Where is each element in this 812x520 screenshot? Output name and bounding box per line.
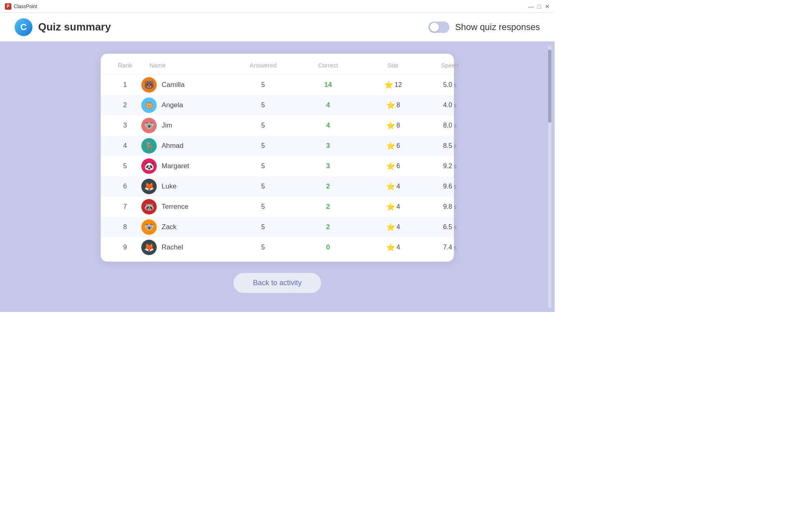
speed-unit: s xyxy=(452,183,457,190)
cell-answered: 5 xyxy=(231,142,296,150)
cell-answered: 5 xyxy=(231,244,296,251)
speed-unit: s xyxy=(452,143,457,149)
table-row: 7 🦝 Terrence 5 2 ⭐ 4 9.8 s xyxy=(101,197,454,217)
cell-speed: 8.0 s xyxy=(425,122,474,129)
cell-answered: 5 xyxy=(231,102,296,109)
cell-correct: 3 xyxy=(296,162,361,170)
avatar: 🦌 xyxy=(141,138,157,154)
cell-correct: 4 xyxy=(296,101,361,109)
speed-unit: s xyxy=(452,163,457,169)
cell-star: ⭐ 6 xyxy=(361,141,425,150)
cell-answered: 5 xyxy=(231,81,296,89)
cell-speed: 4.0 s xyxy=(425,102,474,109)
table-body: 1 🐻 Camilla 5 14 ⭐ 12 5.0 s 2 🐵 Angela 5… xyxy=(101,75,454,258)
cell-star: ⭐ 12 xyxy=(361,80,425,89)
window-controls[interactable]: — □ ✕ xyxy=(529,4,550,9)
app-icon: P xyxy=(5,3,11,10)
star-count: 4 xyxy=(397,183,400,190)
avatar: 🐵 xyxy=(141,98,157,113)
student-name: Terrence xyxy=(162,203,188,211)
speed-unit: s xyxy=(452,82,457,88)
speed-unit: s xyxy=(452,122,457,129)
minimize-button[interactable]: — xyxy=(529,4,533,9)
cell-star: ⭐ 4 xyxy=(361,182,425,191)
back-to-activity-button[interactable]: Back to activity xyxy=(233,273,321,293)
star-icon: ⭐ xyxy=(386,223,395,232)
star-count: 6 xyxy=(397,162,400,170)
close-button[interactable]: ✕ xyxy=(545,4,550,9)
student-name: Luke xyxy=(162,182,177,191)
table-row: 3 🐨 Jim 5 4 ⭐ 8 8.0 s xyxy=(101,115,454,136)
cell-speed: 6.5 s xyxy=(425,223,474,231)
cell-answered: 5 xyxy=(231,223,296,231)
table-header: Rank Name Answered Correct Star Speed xyxy=(101,58,454,75)
student-name: Camilla xyxy=(162,81,185,89)
cell-correct: 2 xyxy=(296,182,361,191)
avatar: 🐨 xyxy=(141,219,157,235)
app-name: ClassPoint xyxy=(14,4,37,9)
cell-star: ⭐ 6 xyxy=(361,162,425,171)
toggle-label: Show quiz responses xyxy=(455,22,540,32)
star-icon: ⭐ xyxy=(386,121,395,130)
cell-star: ⭐ 4 xyxy=(361,202,425,211)
titlebar: P ClassPoint — □ ✕ xyxy=(0,0,555,13)
cell-correct: 2 xyxy=(296,203,361,211)
cell-name: 🐵 Angela xyxy=(141,98,231,113)
header: C Quiz summary Show quiz responses xyxy=(0,13,555,41)
star-count: 8 xyxy=(397,122,400,129)
cell-rank: 1 xyxy=(109,81,141,89)
star-count: 12 xyxy=(395,81,402,89)
scrollbar-track[interactable] xyxy=(548,46,551,308)
table-row: 1 🐻 Camilla 5 14 ⭐ 12 5.0 s xyxy=(101,75,454,95)
cell-name: 🦊 Luke xyxy=(141,179,231,194)
speed-unit: s xyxy=(452,204,457,210)
col-correct: Correct xyxy=(296,62,361,69)
star-icon: ⭐ xyxy=(386,162,395,171)
student-name: Jim xyxy=(162,121,172,130)
cell-rank: 4 xyxy=(109,142,141,150)
cell-star: ⭐ 4 xyxy=(361,243,425,252)
page-title: Quiz summary xyxy=(38,21,428,33)
col-name: Name xyxy=(141,62,231,69)
maximize-button[interactable]: □ xyxy=(537,4,542,9)
cell-star: ⭐ 8 xyxy=(361,101,425,110)
col-star: Star xyxy=(361,62,425,69)
cell-rank: 3 xyxy=(109,121,141,130)
cell-speed: 9.2 s xyxy=(425,162,474,170)
cell-rank: 9 xyxy=(109,243,141,251)
toggle-section: Show quiz responses xyxy=(428,22,540,33)
star-count: 8 xyxy=(397,102,400,109)
avatar: 🐼 xyxy=(141,158,157,174)
avatar: 🦊 xyxy=(141,179,157,194)
cell-correct: 0 xyxy=(296,243,361,251)
star-count: 4 xyxy=(397,244,400,251)
cell-name: 🦝 Terrence xyxy=(141,199,231,214)
avatar: 🐻 xyxy=(141,77,157,93)
show-responses-toggle[interactable] xyxy=(428,22,449,33)
cell-correct: 14 xyxy=(296,81,361,89)
col-speed: Speed xyxy=(425,62,474,69)
table-row: 2 🐵 Angela 5 4 ⭐ 8 4.0 s xyxy=(101,95,454,115)
main-content: Rank Name Answered Correct Star Speed 1 … xyxy=(0,41,555,312)
speed-unit: s xyxy=(452,102,457,108)
cell-answered: 5 xyxy=(231,122,296,129)
col-answered: Answered xyxy=(231,62,296,69)
star-icon: ⭐ xyxy=(386,182,395,191)
student-name: Zack xyxy=(162,223,177,231)
cell-name: 🦊 Rachel xyxy=(141,240,231,255)
cell-answered: 5 xyxy=(231,162,296,170)
cell-correct: 3 xyxy=(296,142,361,150)
cell-rank: 5 xyxy=(109,162,141,170)
table-row: 4 🦌 Ahmad 5 3 ⭐ 6 8.5 s xyxy=(101,136,454,156)
classpoint-logo: C xyxy=(15,18,32,36)
star-icon: ⭐ xyxy=(386,243,395,252)
cell-correct: 2 xyxy=(296,223,361,231)
scrollbar-thumb[interactable] xyxy=(548,50,551,123)
star-count: 6 xyxy=(397,142,400,150)
table-row: 8 🐨 Zack 5 2 ⭐ 4 6.5 s xyxy=(101,217,454,237)
cell-speed: 7.4 s xyxy=(425,244,474,251)
cell-answered: 5 xyxy=(231,183,296,190)
avatar: 🦊 xyxy=(141,240,157,255)
cell-speed: 5.0 s xyxy=(425,81,474,89)
speed-unit: s xyxy=(452,224,457,230)
